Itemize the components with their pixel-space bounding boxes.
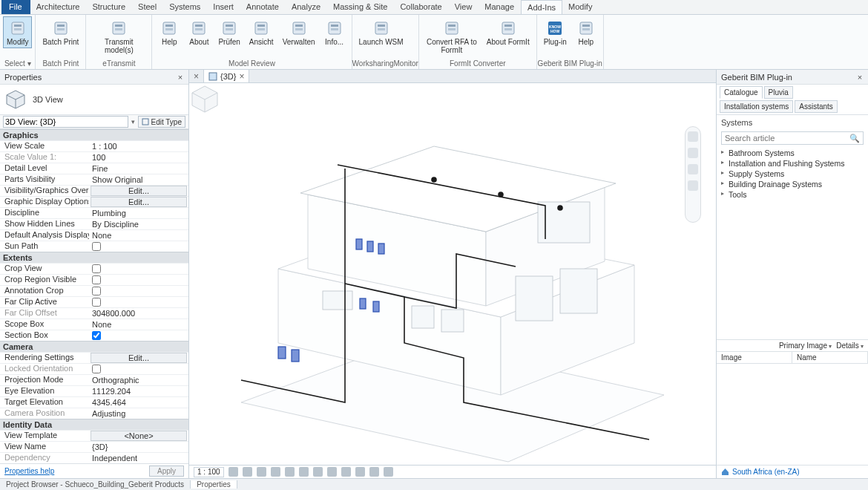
close-icon[interactable]: × (194, 71, 199, 82)
prop-checkbox[interactable] (89, 241, 188, 252)
properties-help-link[interactable]: Properties help (4, 467, 54, 475)
ribbon-btn-batch-print[interactable]: Batch Print (39, 16, 82, 48)
prop-value[interactable]: None (89, 230, 188, 241)
prop-value[interactable]: 304800.000 (89, 308, 188, 318)
properties-title-bar[interactable]: Properties × (0, 70, 188, 85)
detail-level-icon[interactable] (228, 467, 238, 477)
prop-value[interactable]: Orthographic (89, 375, 188, 385)
prop-row[interactable]: Scope BoxNone (0, 318, 188, 330)
prop-row[interactable]: Detail LevelFine (0, 163, 188, 174)
ribbon-btn-plug-in[interactable]: KNOWHOWPlug-in (540, 16, 571, 48)
prop-checkbox[interactable] (89, 330, 188, 341)
close-icon[interactable]: × (177, 73, 184, 82)
prop-edit-button[interactable]: Edit... (91, 186, 187, 196)
ribbon-btn-verwalten[interactable]: Verwalten (279, 16, 319, 48)
prop-row[interactable]: View Template<None> (0, 430, 188, 441)
analytical-icon[interactable] (369, 467, 379, 477)
ribbon-btn-ansicht[interactable]: Ansicht (246, 16, 277, 48)
prop-value[interactable]: Plumbing (89, 208, 188, 218)
steering-wheel-icon[interactable] (688, 131, 698, 142)
ribbon-btn-about[interactable]: About (185, 16, 213, 48)
tree-node[interactable]: Supply Systems (721, 169, 864, 179)
tree-node[interactable]: Building Drainage Systems (721, 179, 864, 189)
prop-group-header[interactable]: Identity Data (0, 419, 188, 430)
visual-style-icon[interactable] (243, 467, 252, 477)
prop-checkbox[interactable] (89, 297, 188, 307)
type-selector[interactable]: 3D View (0, 85, 188, 114)
search-icon[interactable]: 🔍 (846, 134, 863, 143)
prop-row[interactable]: Projection ModeOrthographic (0, 374, 188, 385)
prop-value[interactable]: 1 : 100 (89, 141, 188, 151)
prop-row[interactable]: View Scale1 : 100 (0, 140, 188, 151)
prop-value[interactable]: Adjusting (89, 408, 188, 419)
properties-dock-tab[interactable]: × (189, 70, 204, 82)
ribbon-btn-help[interactable]: Help (572, 16, 600, 48)
prop-row[interactable]: Graphic Display OptionsEdit... (0, 196, 188, 207)
close-icon[interactable]: × (856, 73, 864, 82)
ribbon-tab-massing-site[interactable]: Massing & Site (327, 0, 394, 14)
zoom-icon[interactable] (688, 164, 698, 174)
dock-tab[interactable]: Properties (191, 480, 237, 489)
prop-edit-button[interactable]: Edit... (91, 197, 187, 207)
ribbon-tab-systems[interactable]: Systems (163, 0, 207, 14)
ribbon-tab-modify[interactable]: Modify (562, 0, 599, 14)
prop-row[interactable]: Far Clip Offset304800.000 (0, 307, 188, 318)
prop-value[interactable]: 4345.464 (89, 397, 188, 408)
primary-image-dropdown[interactable]: Primary Image (779, 342, 832, 350)
details-dropdown[interactable]: Details (836, 342, 864, 350)
prop-row[interactable]: Default Analysis Display StyleNone (0, 229, 188, 241)
ribbon-btn-about-formit[interactable]: About FormIt (483, 16, 533, 56)
sun-path-icon[interactable] (257, 467, 266, 477)
prop-row[interactable]: DependencyIndependent (0, 452, 188, 463)
ribbon-tab-manage[interactable]: Manage (479, 0, 521, 14)
ribbon-btn-transmit-model-s-[interactable]: Transmit model(s) (89, 16, 148, 56)
view-scale-selector[interactable]: 1 : 100 (194, 467, 224, 477)
prop-row[interactable]: Crop View (0, 263, 188, 274)
ribbon-btn-info-[interactable]: Info... (320, 16, 349, 48)
prop-value[interactable]: 11129.204 (89, 386, 188, 396)
prop-edit-button[interactable]: <None> (91, 431, 187, 441)
crop-region-icon[interactable] (313, 467, 323, 477)
ribbon-tab-steel[interactable]: Steel (132, 0, 163, 14)
ribbon-btn-convert-rfa-to-formit[interactable]: Convert RFA to FormIt (422, 16, 481, 56)
prop-value[interactable]: {3D} (89, 442, 188, 452)
prop-row[interactable]: Target Elevation4345.464 (0, 396, 188, 408)
prop-row[interactable]: Section Box (0, 330, 188, 341)
plugin-title-bar[interactable]: Geberit BIM Plug-in × (717, 70, 868, 85)
ribbon-tab-insert[interactable]: Insert (207, 0, 240, 14)
prop-row[interactable]: Locked Orientation (0, 363, 188, 374)
prop-row[interactable]: DisciplinePlumbing (0, 207, 188, 218)
shadows-icon[interactable] (271, 467, 280, 477)
pan-icon[interactable] (688, 148, 698, 158)
lock-3d-icon[interactable] (327, 467, 337, 477)
edit-type-button[interactable]: Edit Type (138, 116, 185, 128)
search-input[interactable] (722, 132, 846, 144)
viewport-3d[interactable] (189, 83, 716, 465)
orbit-icon[interactable] (688, 180, 698, 191)
ribbon-tab-annotate[interactable]: Annotate (240, 0, 286, 14)
ribbon-tab-view[interactable]: View (449, 0, 479, 14)
ribbon-btn-help[interactable]: Help (155, 16, 183, 48)
prop-row[interactable]: Camera PositionAdjusting (0, 408, 188, 419)
prop-value[interactable]: Fine (89, 163, 188, 174)
locale-selector[interactable]: South Africa (en-ZA) (717, 465, 868, 478)
prop-row[interactable]: Parts VisibilityShow Original (0, 174, 188, 185)
prop-value[interactable]: By Discipline (89, 219, 188, 229)
rendering-icon[interactable] (285, 467, 295, 477)
prop-edit-button[interactable]: Edit... (91, 353, 187, 363)
prop-row[interactable]: Eye Elevation11129.204 (0, 385, 188, 396)
ribbon-btn-launch-wsm[interactable]: Launch WSM (355, 16, 407, 48)
temp-hide-icon[interactable] (341, 467, 351, 477)
prop-row[interactable]: Visibility/Graphics OverridesEdit... (0, 185, 188, 196)
prop-checkbox[interactable] (89, 264, 188, 274)
plugin-tab-catalogue[interactable]: Catalogue (720, 86, 763, 99)
view-tab-3d[interactable]: {3D} × (204, 70, 249, 82)
prop-row[interactable]: Scale Value 1:100 (0, 151, 188, 163)
prop-checkbox[interactable] (89, 286, 188, 296)
prop-value[interactable]: 100 (89, 152, 188, 163)
view-cube[interactable] (189, 83, 220, 114)
ribbon-tab-structure[interactable]: Structure (86, 0, 132, 14)
prop-row[interactable]: View Name{3D} (0, 441, 188, 452)
ribbon-btn-pr-fen[interactable]: Prüfen (214, 16, 243, 48)
navigation-bar[interactable] (685, 126, 701, 223)
